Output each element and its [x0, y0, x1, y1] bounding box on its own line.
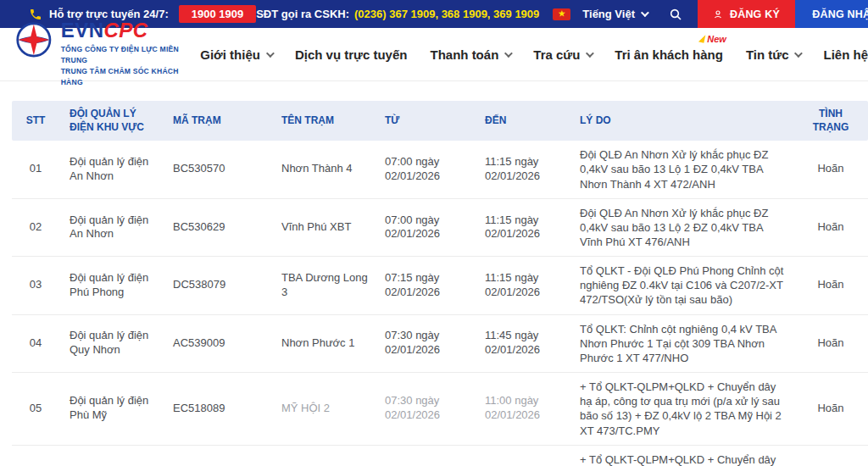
nav-tin-tuc[interactable]: Tin tức	[746, 47, 801, 62]
cell-to: 11:00 ngày 02/01/2026	[483, 387, 578, 430]
cell-from: 07:15 ngày 02/01/2026	[383, 264, 483, 307]
cell-station: MỸ HỘI 2	[280, 395, 383, 423]
brand-evn: EVN	[61, 19, 104, 42]
status-badge: Hoãn	[800, 155, 868, 183]
new-badge: New	[700, 34, 726, 44]
cell-stt: 01	[12, 155, 68, 183]
language-label: Tiếng Việt	[582, 8, 635, 20]
login-button[interactable]: ĐĂNG NHẬP	[795, 0, 868, 28]
nav-label: Dịch vụ trực tuyến	[295, 47, 408, 62]
register-button[interactable]: ĐĂNG KÝ	[698, 0, 795, 28]
cell-to: 11:45 ngày 02/01/2026	[483, 322, 578, 364]
nav-dich-vu-truc-tuyen[interactable]: Dịch vụ trực tuyến	[295, 47, 408, 62]
cell-station: Nhơn Thành 4	[280, 155, 383, 183]
table-row[interactable]: 03 Đội quản lý điện Phú Phong DC538079 T…	[12, 257, 868, 314]
chevron-down-icon	[504, 49, 513, 58]
cell-reason: Tổ QLKT: Chỉnh cột nghiêng 0,4 kV TBA Nh…	[578, 315, 800, 372]
cell-team: Đội quản lý điện Phú Phong	[68, 264, 171, 307]
table-row[interactable]: 06 Đội quản lý điện Phù Mỹ EC538100 VẠN …	[12, 446, 868, 466]
table-body: 01 Đội quản lý điện An Nhơn BC530570 Nhơ…	[12, 141, 868, 466]
cell-team: Đội quản lý điện Phù Mỹ	[68, 460, 171, 466]
site-header: EVNCPC TỔNG CÔNG TY ĐIỆN LỰC MIỀN TRUNG …	[0, 28, 868, 81]
nav-tri-an-khach-hang[interactable]: Tri ân khách hàng New	[615, 47, 723, 62]
cell-from: 07:00 ngày 02/01/2026	[383, 207, 483, 249]
cell-stt: 03	[12, 271, 68, 299]
table-row[interactable]: 05 Đội quản lý điện Phù Mỹ EC518089 MỸ H…	[12, 373, 868, 446]
register-label: ĐĂNG KÝ	[730, 8, 780, 20]
cell-station: Nhơn Phước 1	[280, 330, 383, 358]
cell-stt: 02	[12, 214, 68, 241]
nav-tra-cuu[interactable]: Tra cứu	[533, 47, 592, 62]
cell-stt: 05	[12, 395, 68, 423]
chevron-down-icon	[794, 49, 803, 58]
col-code: MÃ TRẠM	[171, 108, 280, 135]
login-label: ĐĂNG NHẬP	[812, 8, 868, 20]
col-station: TÊN TRẠM	[280, 108, 383, 135]
cell-code: DC538079	[171, 271, 280, 299]
status-badge: Hoãn	[800, 214, 868, 241]
org-line2: TRUNG TÂM CHĂM SÓC KHÁCH HÀNG	[61, 66, 201, 88]
cell-from: 07:30 ngày 02/01/2026	[383, 387, 483, 430]
search-button[interactable]	[660, 8, 698, 21]
table-header-row: STT ĐỘI QUẢN LÝ ĐIỆN KHU VỰC MÃ TRẠM TÊN…	[12, 101, 868, 141]
col-reason: LÝ DO	[578, 108, 800, 135]
nav-label: Tri ân khách hàng	[615, 47, 723, 62]
col-stt: STT	[12, 108, 68, 135]
vietnam-flag-icon: ★	[553, 8, 570, 20]
cell-code: AC539009	[171, 330, 280, 358]
chevron-down-icon	[266, 49, 275, 58]
table-row[interactable]: 04 Đội quản lý điện Quy Nhơn AC539009 Nh…	[12, 315, 868, 373]
nav-thanh-toan[interactable]: Thanh toán	[430, 47, 510, 62]
chevron-down-icon	[641, 8, 649, 17]
logo[interactable]: EVNCPC TỔNG CÔNG TY ĐIỆN LỰC MIỀN TRUNG …	[15, 20, 200, 88]
col-to: ĐẾN	[483, 108, 578, 135]
col-status: TÌNH TRẠNG	[800, 101, 868, 141]
cell-reason: Đội QLĐ An Nhơn Xử lý khắc phục ĐZ 0,4kV…	[578, 199, 800, 256]
evncpc-page: Hỗ trợ trực tuyến 24/7: 1900 1909 SĐT gọ…	[0, 0, 868, 466]
brand-name: EVNCPC	[61, 20, 201, 41]
status-badge: Hoãn	[800, 271, 868, 299]
cskh-numbers: (0236) 367 1909, 368 1909, 369 1909	[354, 8, 539, 20]
cell-stt: 04	[12, 330, 68, 358]
nav-label: Liên hệ	[823, 47, 868, 62]
cskh-group: SĐT gọi ra CSKH: (0236) 367 1909, 368 19…	[256, 0, 698, 28]
cell-to: 11:15 ngày 02/01/2026	[483, 264, 578, 307]
status-badge: Hoãn	[800, 330, 868, 358]
nav-label: Giới thiệu	[200, 47, 260, 62]
cell-to: 17:00 ngày 02/01/2026	[483, 460, 578, 466]
org-lines: TỔNG CÔNG TY ĐIỆN LỰC MIỀN TRUNG TRUNG T…	[61, 44, 201, 88]
table-row[interactable]: 01 Đội quản lý điện An Nhơn BC530570 Nhơ…	[12, 141, 868, 198]
cskh-label: SĐT gọi ra CSKH:	[256, 8, 349, 20]
phone-icon	[29, 8, 42, 21]
language-selector[interactable]: Tiếng Việt	[582, 8, 647, 20]
cell-station: Vĩnh Phú XBT	[280, 214, 383, 241]
nav-label: Thanh toán	[430, 47, 498, 62]
user-icon	[713, 8, 723, 20]
nav-label: Tra cứu	[533, 47, 580, 62]
nav-gioi-thieu[interactable]: Giới thiệu	[200, 47, 272, 62]
cell-to: 11:15 ngày 02/01/2026	[483, 207, 578, 249]
table-row[interactable]: 02 Đội quản lý điện An Nhơn BC530629 Vĩn…	[12, 199, 868, 257]
col-team: ĐỘI QUẢN LÝ ĐIỆN KHU VỰC	[68, 101, 171, 141]
cell-code: EC518089	[171, 395, 280, 423]
search-icon	[669, 8, 682, 21]
cell-reason: Tổ QLKT - Đội QLĐ Phú Phong Chỉnh cột ng…	[578, 257, 800, 313]
cell-from: 07:30 ngày 02/01/2026	[383, 322, 483, 364]
cell-code: BC530570	[171, 155, 280, 183]
cell-reason: Đội QLĐ An Nhơn Xử lý khắc phục ĐZ 0,4kV…	[578, 141, 800, 197]
cell-team: Đội quản lý điện An Nhơn	[68, 148, 171, 191]
cell-from: 07:00 ngày 02/01/2026	[383, 148, 483, 191]
status-badge: Hoãn	[800, 395, 868, 423]
outage-table: STT ĐỘI QUẢN LÝ ĐIỆN KHU VỰC MÃ TRẠM TÊN…	[12, 101, 868, 466]
col-from: TỪ	[383, 108, 483, 135]
brand-cpc: CPC	[104, 19, 148, 42]
nav-lien-he[interactable]: Liên hệ	[823, 47, 868, 62]
cell-code: BC530629	[171, 214, 280, 241]
cell-team: Đội quản lý điện Quy Nhơn	[68, 322, 171, 364]
chevron-down-icon	[586, 49, 594, 58]
cell-reason: + Tổ QLKT-QLPM+QLKD + Chuyển dây hạ áp, …	[578, 446, 800, 466]
cell-team: Đội quản lý điện Phù Mỹ	[68, 387, 171, 430]
nav-label: Tin tức	[746, 47, 789, 62]
logo-text: EVNCPC TỔNG CÔNG TY ĐIỆN LỰC MIỀN TRUNG …	[61, 20, 201, 88]
cell-from: 13:30 ngày 02/01/2026	[383, 460, 483, 466]
